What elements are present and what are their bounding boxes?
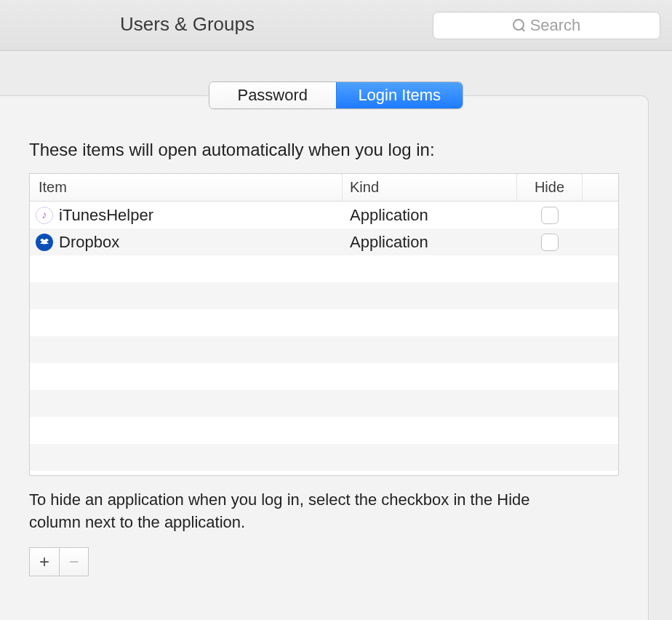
cell-spare [583,363,618,390]
cell-item: Dropbox [30,228,343,255]
cell-item [30,363,343,390]
table-header: Item Kind Hide [30,174,618,202]
cell-item [30,444,343,471]
cell-hide [517,444,583,471]
tab-password[interactable]: Password [209,82,336,108]
hide-checkbox[interactable] [541,207,559,224]
table-row [30,444,618,471]
table-row [30,390,618,417]
cell-spare [583,444,618,471]
table-row [30,363,618,390]
cell-kind [343,336,517,363]
cell-spare [583,417,618,444]
table-body: iTunesHelperApplicationDropboxApplicatio… [30,202,618,471]
tab-bar: Password Login Items [209,82,463,109]
search-icon [513,19,526,32]
cell-spare [583,336,618,363]
table-row [30,255,618,282]
cell-hide [517,417,583,444]
add-button[interactable]: + [30,548,59,576]
hide-checkbox[interactable] [541,234,559,251]
search-placeholder: Search [530,16,581,35]
toolbar: Users & Groups Search [0,0,672,51]
column-header-item[interactable]: Item [30,174,343,201]
add-remove-buttons: + − [29,547,89,576]
intro-text: These items will open automatically when… [29,140,619,160]
cell-kind [343,282,517,309]
table-row[interactable]: iTunesHelperApplication [30,202,618,228]
column-header-kind[interactable]: Kind [343,174,517,201]
cell-kind [343,417,517,444]
cell-spare [583,255,618,282]
cell-item [30,336,343,363]
login-items-table: Item Kind Hide iTunesHelperApplicationDr… [29,173,619,476]
window-title: Users & Groups [120,13,255,36]
cell-hide [517,336,583,363]
cell-kind [343,363,517,390]
cell-hide [517,363,583,390]
cell-hide [517,255,583,282]
column-header-hide[interactable]: Hide [517,174,583,201]
cell-item [30,417,343,444]
dropbox-icon [36,234,53,251]
item-name: iTunesHelper [59,206,153,225]
table-row[interactable]: DropboxApplication [30,228,618,255]
cell-hide [517,309,583,336]
cell-item [30,282,343,309]
cell-spare [583,282,618,309]
cell-item [30,390,343,417]
cell-spare [583,309,618,336]
cell-hide [517,390,583,417]
cell-kind: Application [343,228,517,255]
cell-hide [517,202,583,228]
cell-item: iTunesHelper [30,202,343,228]
cell-kind [343,309,517,336]
column-header-spare [583,174,618,201]
table-row [30,417,618,444]
cell-spare [583,390,618,417]
table-row [30,309,618,336]
cell-kind: Application [343,202,517,228]
hint-text: To hide an application when you log in, … [29,489,582,534]
cell-hide [517,228,583,255]
table-row [30,282,618,309]
login-items-panel: These items will open automatically when… [0,95,649,620]
cell-kind [343,255,517,282]
remove-button[interactable]: − [59,548,88,576]
cell-kind [343,390,517,417]
table-row [30,336,618,363]
cell-item [30,309,343,336]
cell-spare [583,228,618,255]
itunes-icon [36,207,53,224]
cell-spare [583,202,618,228]
search-field[interactable]: Search [433,12,660,39]
cell-hide [517,282,583,309]
cell-kind [343,444,517,471]
tab-login-items[interactable]: Login Items [336,82,463,108]
item-name: Dropbox [59,233,119,252]
cell-item [30,255,343,282]
